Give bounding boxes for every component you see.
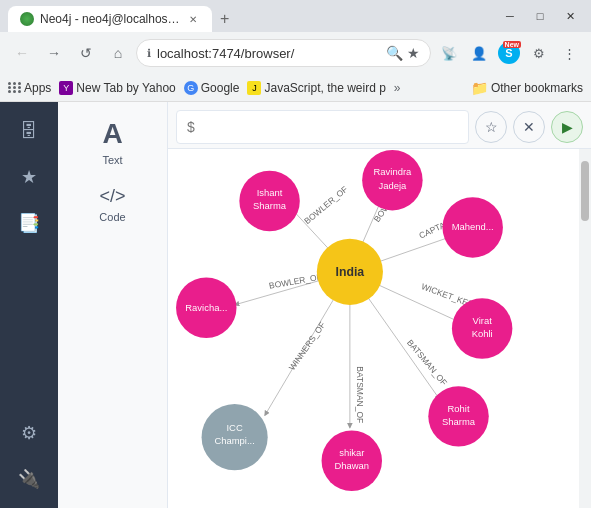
apps-button[interactable]: Apps — [8, 81, 51, 95]
panel-text-item[interactable]: A Text — [66, 110, 159, 174]
text-icon: A — [102, 118, 122, 150]
active-tab[interactable]: Neo4j - neo4j@localhos… ✕ — [8, 6, 212, 32]
edge-label-6: WINNERS_OF — [287, 320, 328, 372]
node-india-label: India — [336, 265, 365, 279]
bookmark-star-icon[interactable]: ★ — [407, 45, 420, 61]
window-controls: ─ □ ✕ — [497, 9, 583, 23]
search-icon[interactable]: 🔍 — [386, 45, 403, 61]
yahoo-favicon: Y — [59, 81, 73, 95]
bookmark-js[interactable]: J JavaScript, the weird p — [247, 81, 385, 95]
js-favicon: J — [247, 81, 261, 95]
code-icon: </> — [99, 186, 125, 207]
sidebar-database-icon[interactable]: 🗄 — [8, 110, 50, 152]
security-icon: ℹ — [147, 47, 151, 60]
node-virat-label1: Virat — [473, 315, 493, 326]
panel-text-label: Text — [102, 154, 122, 166]
node-rohit-label2: Sharma — [442, 416, 476, 427]
sidebar-plugins-icon[interactable]: 🔌 — [8, 458, 50, 500]
nav-bar: ← → ↺ ⌂ ℹ localhost:7474/browser/ 🔍 ★ 📡 … — [0, 32, 591, 74]
query-bar: ☆ ✕ ▶ — [168, 102, 591, 149]
bookmarks-bar: Apps Y New Tab by Yahoo G Google J JavaS… — [0, 74, 591, 102]
bookmark-js-label: JavaScript, the weird p — [264, 81, 385, 95]
apps-label: Apps — [24, 81, 51, 95]
skype-extension[interactable]: S New — [495, 39, 523, 67]
edge-label-8: BOWLER_OF — [302, 184, 349, 226]
new-badge: New — [503, 41, 521, 48]
node-icc-label2: Champi... — [214, 435, 254, 446]
profile-icon[interactable]: 👤 — [465, 39, 493, 67]
node-rohit-label1: Rohit — [448, 403, 470, 414]
favorite-query-button[interactable]: ☆ — [475, 111, 507, 143]
folder-icon: 📁 — [471, 80, 488, 96]
tab-title: Neo4j - neo4j@localhos… — [40, 12, 180, 26]
neo4j-panel: A Text </> Code — [58, 102, 168, 508]
new-tab-button[interactable]: + — [212, 6, 238, 32]
bookmark-google[interactable]: G Google — [184, 81, 240, 95]
bookmark-newtab-yahoo[interactable]: Y New Tab by Yahoo — [59, 81, 175, 95]
panel-code-item[interactable]: </> Code — [66, 178, 159, 231]
node-ravindra-label1: Ravindra — [374, 166, 413, 177]
scrollbar-thumb[interactable] — [581, 161, 589, 221]
sidebar-settings-icon[interactable]: ⚙ — [8, 412, 50, 454]
tab-favicon — [20, 12, 34, 26]
node-shikar-label2: Dhawan — [334, 460, 369, 471]
forward-button[interactable]: → — [40, 39, 68, 67]
reload-button[interactable]: ↺ — [72, 39, 100, 67]
apps-grid-icon — [8, 82, 22, 93]
node-mahendra-label: Mahend... — [452, 221, 494, 232]
other-bookmarks-folder[interactable]: 📁 Other bookmarks — [471, 80, 583, 96]
scrollbar[interactable] — [579, 149, 591, 508]
chrome-menu[interactable]: ⋮ — [555, 39, 583, 67]
bookmarks-more-button[interactable]: » — [394, 81, 401, 95]
node-icc-label1: ICC — [226, 422, 242, 433]
node-shikar-label1: shikar — [339, 447, 364, 458]
main-content: 🗄 ★ 📑 ⚙ 🔌 A Text </> Code ☆ ✕ — [0, 102, 591, 508]
url-text: localhost:7474/browser/ — [157, 46, 380, 61]
node-ravi-label: Ravicha... — [185, 302, 227, 313]
graph-view: BOWLER_OF CAPTAIN_OF WICKET_KEE... BATSM… — [168, 149, 591, 508]
sidebar-favorites-icon[interactable]: ★ — [8, 156, 50, 198]
minimize-button[interactable]: ─ — [497, 9, 523, 23]
sidebar-docs-icon[interactable]: 📑 — [8, 202, 50, 244]
query-graph-area: ☆ ✕ ▶ — [168, 102, 591, 508]
maximize-button[interactable]: □ — [527, 9, 553, 23]
node-virat-label2: Kohli — [472, 328, 493, 339]
graph-canvas: BOWLER_OF CAPTAIN_OF WICKET_KEE... BATSM… — [168, 149, 579, 508]
other-bookmarks: 📁 Other bookmarks — [471, 80, 583, 96]
title-bar: Neo4j - neo4j@localhos… ✕ + ─ □ ✕ — [0, 0, 591, 32]
edge-label-4: BATSMAN_OF — [405, 338, 449, 388]
panel-code-label: Code — [99, 211, 125, 223]
google-favicon: G — [184, 81, 198, 95]
cypher-input[interactable] — [176, 110, 469, 144]
bookmark-google-label: Google — [201, 81, 240, 95]
home-button[interactable]: ⌂ — [104, 39, 132, 67]
graph-svg: BOWLER_OF CAPTAIN_OF WICKET_KEE... BATSM… — [168, 149, 579, 508]
cast-icon[interactable]: 📡 — [435, 39, 463, 67]
back-button[interactable]: ← — [8, 39, 36, 67]
tab-close-button[interactable]: ✕ — [186, 12, 200, 26]
run-query-button[interactable]: ▶ — [551, 111, 583, 143]
node-ishant-label1: Ishant — [257, 187, 283, 198]
clear-query-button[interactable]: ✕ — [513, 111, 545, 143]
address-bar[interactable]: ℹ localhost:7474/browser/ 🔍 ★ — [136, 39, 431, 67]
extension-icon[interactable]: ⚙ — [525, 39, 553, 67]
neo4j-sidebar: 🗄 ★ 📑 ⚙ 🔌 — [0, 102, 58, 508]
node-ravindra-label2: Jadeja — [378, 180, 407, 191]
tab-area: Neo4j - neo4j@localhos… ✕ + — [8, 0, 493, 32]
address-bar-actions: 🔍 ★ — [386, 45, 420, 61]
other-bookmarks-label: Other bookmarks — [491, 81, 583, 95]
scrollbar-track — [581, 151, 589, 506]
nav-right-icons: 📡 👤 S New ⚙ ⋮ — [435, 39, 583, 67]
bookmark-yahoo-label: New Tab by Yahoo — [76, 81, 175, 95]
node-ishant-label2: Sharma — [253, 200, 287, 211]
close-window-button[interactable]: ✕ — [557, 9, 583, 23]
edge-label-5: BATSMAN_OF — [355, 366, 365, 423]
